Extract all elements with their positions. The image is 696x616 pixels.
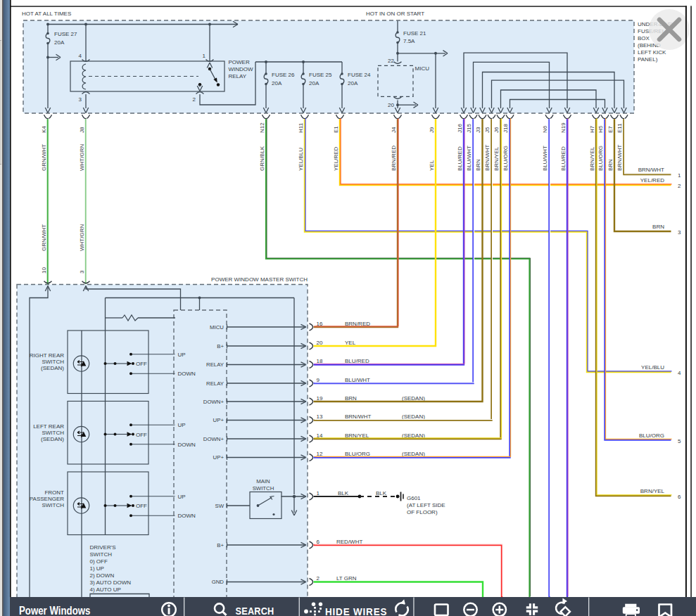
svg-text:2: 2 <box>678 183 681 189</box>
svg-text:BRN/WHT: BRN/WHT <box>638 167 664 173</box>
svg-text:BLK: BLK <box>338 490 349 496</box>
svg-text:LT GRN: LT GRN <box>336 575 357 582</box>
svg-text:OF FLOOR): OF FLOOR) <box>407 509 438 515</box>
svg-text:BRN/RED: BRN/RED <box>391 146 397 171</box>
svg-text:RELAY: RELAY <box>206 361 224 368</box>
svg-text:MICU: MICU <box>210 324 224 331</box>
svg-text:22: 22 <box>388 58 394 64</box>
svg-text:MAIN: MAIN <box>256 478 270 485</box>
svg-text:2: 2 <box>193 96 196 103</box>
svg-text:BRN/WHT: BRN/WHT <box>616 145 623 171</box>
svg-text:14: 14 <box>317 432 323 439</box>
svg-text:OFF: OFF <box>136 503 147 509</box>
svg-text:RIGHT REAR: RIGHT REAR <box>30 352 64 359</box>
svg-text:BLU/ORG: BLU/ORG <box>597 146 604 171</box>
svg-text:DOWN+: DOWN+ <box>203 399 224 405</box>
svg-text:J9: J9 <box>429 127 435 133</box>
svg-text:WINDOW: WINDOW <box>229 66 254 72</box>
svg-text:FUSE 24: FUSE 24 <box>348 72 371 78</box>
svg-text:4) AUTO UP: 4) AUTO UP <box>90 586 121 593</box>
svg-text:E7: E7 <box>607 126 614 133</box>
svg-text:DOWN: DOWN <box>178 513 196 519</box>
svg-text:1) UP: 1) UP <box>90 565 104 572</box>
svg-text:3: 3 <box>678 229 681 236</box>
svg-text:BRN: BRN <box>475 159 481 171</box>
svg-text:UP+: UP+ <box>213 417 224 423</box>
svg-text:BRN: BRN <box>652 224 664 230</box>
svg-text:E11: E11 <box>616 123 623 133</box>
svg-text:13: 13 <box>317 413 323 420</box>
svg-text:FUSE 27: FUSE 27 <box>54 31 77 37</box>
svg-text:B+: B+ <box>217 343 224 349</box>
svg-text:20A: 20A <box>272 80 282 86</box>
svg-text:HIDE WIRES: HIDE WIRES <box>325 605 387 616</box>
svg-text:HOT AT ALL TIMES: HOT AT ALL TIMES <box>22 11 71 17</box>
svg-text:UP: UP <box>178 422 186 428</box>
svg-text:BLU/RED: BLU/RED <box>345 358 369 364</box>
svg-text:LEFT REAR: LEFT REAR <box>33 423 64 430</box>
svg-text:0) OFF: 0) OFF <box>90 558 108 565</box>
svg-text:H7: H7 <box>589 125 595 133</box>
svg-text:H5: H5 <box>597 125 604 133</box>
svg-text:(SEDAN): (SEDAN) <box>402 432 425 439</box>
svg-text:SWITCH: SWITCH <box>253 485 274 492</box>
svg-text:3: 3 <box>79 270 85 274</box>
svg-text:6: 6 <box>317 539 320 545</box>
svg-text:FUSE 21: FUSE 21 <box>403 30 426 37</box>
svg-text:RED/WHT: RED/WHT <box>336 539 362 545</box>
svg-text:SEARCH: SEARCH <box>236 605 274 616</box>
svg-text:N6: N6 <box>542 125 548 133</box>
svg-text:BLU/ORG: BLU/ORG <box>639 432 664 439</box>
svg-text:YEL/RED: YEL/RED <box>333 147 339 171</box>
svg-text:12: 12 <box>317 451 323 457</box>
svg-text:6: 6 <box>678 494 681 500</box>
svg-text:E1: E1 <box>333 126 339 133</box>
svg-text:(AT LEFT SIDE: (AT LEFT SIDE <box>407 502 445 508</box>
svg-text:9: 9 <box>317 377 320 383</box>
svg-text:(SEDAN): (SEDAN) <box>402 413 425 420</box>
svg-text:MICU: MICU <box>415 65 430 72</box>
svg-text:DOWN: DOWN <box>178 371 196 377</box>
svg-text:DOWN: DOWN <box>178 442 196 448</box>
svg-text:GRN/WHT: GRN/WHT <box>41 224 47 251</box>
svg-text:SWITCH: SWITCH <box>42 359 64 365</box>
svg-text:H11: H11 <box>298 122 304 133</box>
svg-text:BLU/RED: BLU/RED <box>560 146 567 171</box>
svg-text:3: 3 <box>79 96 82 103</box>
svg-text:G601: G601 <box>407 495 421 501</box>
svg-text:WHT/GRN: WHT/GRN <box>79 224 85 251</box>
svg-text:PANEL): PANEL) <box>638 56 658 63</box>
svg-text:2) DOWN: 2) DOWN <box>90 572 115 579</box>
svg-text:20: 20 <box>388 102 394 108</box>
svg-text:BRN/YEL: BRN/YEL <box>640 488 665 494</box>
svg-text:1: 1 <box>678 172 681 179</box>
svg-text:DOWN+: DOWN+ <box>203 436 224 442</box>
svg-text:RELAY: RELAY <box>229 73 247 79</box>
svg-text:J15: J15 <box>466 124 472 133</box>
svg-text:SWITCH: SWITCH <box>42 430 64 436</box>
svg-text:GRN/WHT: GRN/WHT <box>41 144 47 171</box>
svg-text:BRN: BRN <box>607 159 614 171</box>
svg-text:BRN/WHT: BRN/WHT <box>484 145 491 171</box>
svg-text:FUSE 26: FUSE 26 <box>272 72 295 78</box>
svg-text:N12: N12 <box>259 122 265 133</box>
svg-text:BRN/WHT: BRN/WHT <box>345 413 371 420</box>
svg-text:POWER WINDOW MASTER SWITCH: POWER WINDOW MASTER SWITCH <box>211 276 308 283</box>
svg-text:UP: UP <box>178 494 186 500</box>
svg-text:J8: J8 <box>79 127 85 133</box>
svg-text:BRN/YEL: BRN/YEL <box>493 146 500 171</box>
svg-text:4: 4 <box>79 53 82 59</box>
svg-text:FUSE 25: FUSE 25 <box>309 72 332 78</box>
svg-text:DRIVER'S: DRIVER'S <box>90 544 116 551</box>
svg-text:BLU/ORG: BLU/ORG <box>502 146 509 171</box>
svg-text:SWITCH: SWITCH <box>42 502 64 508</box>
svg-text:1: 1 <box>317 490 320 496</box>
svg-text:OFF: OFF <box>136 432 147 438</box>
svg-text:LEFT KICK: LEFT KICK <box>638 49 666 56</box>
svg-text:K4: K4 <box>41 126 47 133</box>
svg-text:BOX: BOX <box>638 35 650 41</box>
svg-text:BRN/YEL: BRN/YEL <box>345 432 369 439</box>
svg-text:YEL/BLU: YEL/BLU <box>641 364 664 371</box>
svg-text:(SEDAN): (SEDAN) <box>402 395 425 402</box>
svg-text:YEL: YEL <box>429 160 435 171</box>
